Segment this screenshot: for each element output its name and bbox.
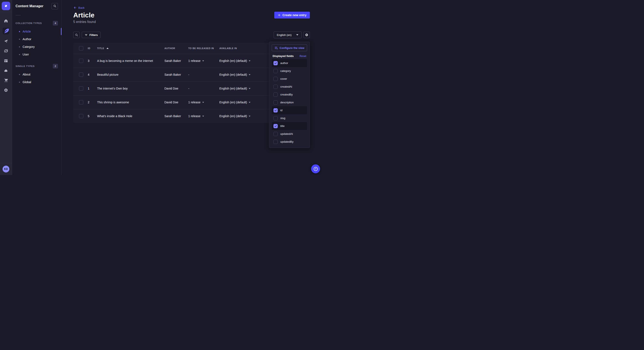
entries-count-text: 5 entries found xyxy=(73,20,310,24)
row-checkbox[interactable] xyxy=(79,100,83,104)
displayed-fields-header: Displayed fields Reset xyxy=(272,54,306,58)
single-types-section: SINGLE TYPES 2 About Global xyxy=(16,64,58,86)
question-mark-icon: ? xyxy=(314,167,318,171)
table-search-button[interactable] xyxy=(73,32,80,38)
cell-author: Sarah Baker xyxy=(163,73,187,76)
filters-label: Filters xyxy=(90,33,98,37)
sidebar-item-category[interactable]: Category xyxy=(16,43,58,51)
content-manager-icon-active[interactable] xyxy=(2,28,9,34)
user-avatar[interactable]: KD xyxy=(2,166,9,173)
home-icon[interactable] xyxy=(4,18,8,23)
cell-author: Sarah Baker xyxy=(163,114,187,118)
cell-id: 5 xyxy=(86,114,96,118)
view-settings-gear-button[interactable] xyxy=(304,32,310,38)
field-option-id[interactable]: id xyxy=(272,106,307,114)
back-label: Back xyxy=(78,6,84,9)
single-types-label: SINGLE TYPES xyxy=(16,65,35,67)
cell-release[interactable]: 1 release xyxy=(187,101,218,104)
row-checkbox[interactable] xyxy=(79,59,83,63)
chevron-down-icon xyxy=(249,88,250,89)
sidebar-item-label: Article xyxy=(22,30,31,33)
checkbox-unchecked-icon[interactable] xyxy=(274,69,278,73)
field-option-updatedby[interactable]: updatedBy xyxy=(272,138,307,146)
collection-types-section: COLLECTION TYPES 4 Article Author Catego… xyxy=(16,21,58,58)
configure-view-button[interactable]: Configure the view xyxy=(272,44,307,51)
field-option-slug[interactable]: slug xyxy=(272,114,307,122)
deploy-cloud-icon[interactable] xyxy=(4,68,8,73)
bullet-icon xyxy=(19,39,20,40)
help-button[interactable]: ? xyxy=(311,164,320,173)
bullet-icon xyxy=(19,46,20,47)
release-value: 1 release xyxy=(188,114,200,118)
feather-icon xyxy=(2,28,9,34)
cell-release[interactable]: 1 release xyxy=(187,114,218,118)
field-option-description[interactable]: description xyxy=(272,98,307,106)
sidebar-search-button[interactable] xyxy=(52,3,58,9)
field-option-title[interactable]: title xyxy=(272,122,307,130)
field-option-createdat[interactable]: createdAt xyxy=(272,83,307,91)
field-option-label: cover xyxy=(280,77,287,80)
column-header-author[interactable]: AUTHOR xyxy=(163,47,187,49)
chevron-down-icon xyxy=(296,34,298,35)
releases-icon[interactable] xyxy=(4,39,8,44)
main-nav-rail: KD xyxy=(0,0,12,175)
cell-release[interactable]: 1 release xyxy=(187,59,218,62)
sidebar-item-label: Global xyxy=(22,80,31,84)
back-link[interactable]: Back xyxy=(73,6,84,9)
checkbox-unchecked-icon[interactable] xyxy=(274,77,278,81)
checkbox-unchecked-icon[interactable] xyxy=(274,85,278,89)
search-icon xyxy=(53,4,56,8)
checkbox-unchecked-icon[interactable] xyxy=(274,140,278,144)
field-option-updatedat[interactable]: updatedAt xyxy=(272,130,307,138)
field-option-cover[interactable]: cover xyxy=(272,75,307,83)
locale-select[interactable]: English (en) xyxy=(274,31,302,38)
field-option-author[interactable]: author xyxy=(272,59,307,67)
row-checkbox[interactable] xyxy=(79,114,83,118)
filters-button[interactable]: Filters xyxy=(82,32,100,38)
sort-ascending-icon xyxy=(106,48,108,49)
bullet-icon xyxy=(19,82,20,83)
logo-box xyxy=(0,0,12,12)
field-option-category[interactable]: category xyxy=(272,67,307,75)
chevron-down-icon xyxy=(249,116,250,117)
field-option-label: id xyxy=(280,109,282,112)
cell-author: David Doe xyxy=(163,101,187,104)
checkbox-unchecked-icon[interactable] xyxy=(274,93,278,97)
field-option-label: createdAt xyxy=(280,85,292,88)
create-new-entry-button[interactable]: Create new entry xyxy=(274,12,310,18)
chevron-down-icon xyxy=(249,60,250,61)
sidebar-item-user[interactable]: User xyxy=(16,51,58,58)
checkbox-unchecked-icon[interactable] xyxy=(274,132,278,136)
media-library-icon[interactable] xyxy=(4,49,8,53)
sidebar-item-global[interactable]: Global xyxy=(16,78,58,86)
cell-id: 2 xyxy=(86,101,96,104)
checkbox-checked-icon[interactable] xyxy=(274,108,278,113)
row-checkbox[interactable] xyxy=(79,86,83,91)
content-type-builder-icon[interactable] xyxy=(4,58,8,63)
column-header-release[interactable]: TO BE RELEASED IN xyxy=(187,47,218,49)
strapi-logo-icon[interactable] xyxy=(2,2,10,10)
locale-value: English (en) (default) xyxy=(219,87,247,90)
sidebar-item-article[interactable]: Article xyxy=(16,28,58,35)
row-checkbox[interactable] xyxy=(79,72,83,77)
checkbox-checked-icon[interactable] xyxy=(274,61,278,65)
marketplace-cart-icon[interactable] xyxy=(4,78,8,83)
field-option-label: createdBy xyxy=(280,93,293,96)
sidebar-item-author[interactable]: Author xyxy=(16,35,58,43)
checkbox-unchecked-icon[interactable] xyxy=(274,100,278,105)
page-title: Article xyxy=(73,11,94,19)
column-header-id[interactable]: ID xyxy=(86,47,96,49)
checkbox-checked-icon[interactable] xyxy=(274,124,278,128)
cell-title: Beautiful picture xyxy=(96,73,163,76)
bullet-icon xyxy=(19,74,20,75)
strapi-mark-icon xyxy=(4,3,8,8)
select-all-checkbox[interactable] xyxy=(79,46,83,50)
settings-gear-icon[interactable] xyxy=(4,88,8,93)
sidebar-item-about[interactable]: About xyxy=(16,71,58,78)
collection-types-count-badge: 4 xyxy=(53,21,58,25)
cell-author: David Doe xyxy=(163,87,187,90)
checkbox-unchecked-icon[interactable] xyxy=(274,116,278,120)
column-header-title[interactable]: TITLE xyxy=(96,47,163,49)
reset-fields-button[interactable]: Reset xyxy=(300,55,306,58)
field-option-createdby[interactable]: createdBy xyxy=(272,91,307,98)
